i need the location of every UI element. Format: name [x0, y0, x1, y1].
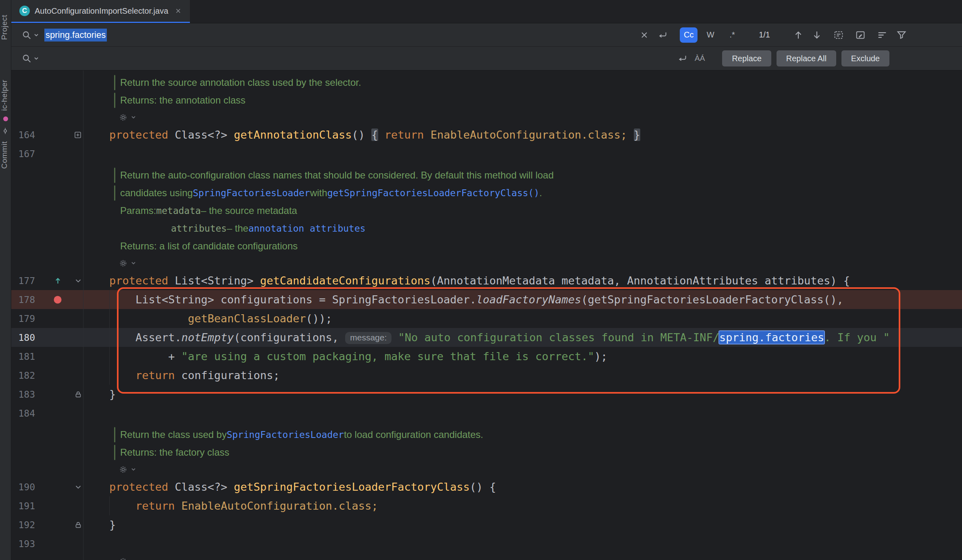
- tab-autoconfigurationimportselector[interactable]: C AutoConfigurationImportSelector.java: [11, 0, 190, 23]
- spacer: [11, 163, 962, 166]
- code-text: List<String> configurations = SpringFact…: [83, 293, 843, 306]
- doc-guide-bar: [114, 427, 115, 442]
- padlock-icon[interactable]: [74, 521, 83, 529]
- search-history-chevron-icon[interactable]: [33, 32, 40, 38]
- fold-icon-area: [74, 131, 83, 139]
- code-token: [83, 481, 109, 493]
- code-token: List<String> configurations = SpringFact…: [83, 293, 476, 306]
- spacer: [11, 423, 962, 426]
- code-token: getAnnotationClass: [234, 129, 352, 141]
- previous-occurrence-button[interactable]: [790, 27, 806, 43]
- find-bar: spring.factories Cc W .* 1/1: [11, 23, 962, 47]
- doc-text: .: [539, 187, 542, 199]
- replace-button[interactable]: Replace: [722, 50, 771, 66]
- code-line-190[interactable]: 190 protected Class<?> getSpringFactorie…: [11, 477, 962, 496]
- indent-guide: [109, 496, 110, 515]
- replace-all-button[interactable]: Replace All: [777, 50, 836, 66]
- filter-button[interactable]: [893, 27, 910, 43]
- code-line-182[interactable]: 182 return configurations;: [11, 366, 962, 385]
- chevron-icon[interactable]: [74, 276, 83, 285]
- doc-text: Returns: the factory class: [120, 447, 229, 458]
- javadoc-line: attributes – the annotation attributes: [11, 220, 962, 237]
- replace-history-chevron-icon[interactable]: [33, 55, 40, 62]
- render-doc-toggle-row: [11, 255, 962, 271]
- code-token: +: [83, 350, 181, 363]
- doc-text: candidates using: [120, 187, 193, 199]
- code-line-167[interactable]: 167: [11, 144, 962, 163]
- code-token: . If you ": [824, 331, 890, 344]
- next-occurrence-button[interactable]: [809, 27, 825, 43]
- code-line-193[interactable]: 193: [11, 534, 962, 553]
- code-line-164[interactable]: 164 protected Class<?> getAnnotationClas…: [11, 125, 962, 144]
- gear-icon[interactable]: [118, 556, 128, 560]
- code-token: (getSpringFactoriesLoaderFactoryClass(),: [581, 293, 843, 306]
- breakpoint-icon[interactable]: [53, 295, 62, 305]
- chevron-down-icon[interactable]: [130, 260, 137, 266]
- gear-icon[interactable]: [118, 112, 128, 122]
- code-line-183[interactable]: 183 }: [11, 385, 962, 404]
- code-line-191[interactable]: 191 return EnableAutoConfiguration.class…: [11, 496, 962, 515]
- override-icon[interactable]: [53, 276, 63, 286]
- code-token: notEmpty: [181, 331, 234, 344]
- doc-text: – the: [227, 223, 248, 234]
- gear-icon[interactable]: [118, 465, 128, 475]
- newline-button[interactable]: [655, 27, 671, 43]
- plus-box-icon[interactable]: [74, 131, 82, 139]
- regex-toggle[interactable]: .*: [723, 27, 741, 43]
- sidebar-item-commit[interactable]: Commit: [0, 137, 11, 173]
- code-line-181[interactable]: 181 + "are using a custom packaging, mak…: [11, 347, 962, 366]
- doc-text: Return the class used by: [120, 429, 227, 440]
- code-text: protected Class<?> getSpringFactoriesLoa…: [83, 481, 496, 493]
- code-token: [391, 331, 398, 344]
- code-line-180[interactable]: 180 Assert.notEmpty(configurations, mess…: [11, 328, 962, 347]
- line-number: 167: [11, 149, 42, 159]
- search-match: spring.factories: [719, 331, 824, 344]
- code-line-179[interactable]: 179 getBeanClassLoader());: [11, 309, 962, 328]
- search-in-selection-button[interactable]: [831, 27, 847, 43]
- doc-text: attributes: [171, 223, 227, 234]
- code-text: }: [83, 519, 116, 531]
- sidebar-item-project[interactable]: Project: [0, 8, 11, 46]
- preserve-case-toggle[interactable]: ÀÁ: [695, 54, 705, 63]
- chevron-icon[interactable]: [74, 483, 83, 492]
- chevron-down-icon[interactable]: [130, 558, 137, 560]
- line-number: 192: [11, 520, 42, 530]
- code-token: getBeanClassLoader: [188, 312, 306, 325]
- clear-search-button[interactable]: [636, 27, 652, 43]
- open-results-button[interactable]: [852, 27, 868, 43]
- line-number: 191: [11, 501, 42, 511]
- match-case-toggle[interactable]: Cc: [680, 27, 698, 43]
- editor[interactable]: Return the source annotation class used …: [11, 71, 962, 560]
- filter-lines-button[interactable]: [874, 27, 890, 43]
- search-icon: [21, 53, 32, 64]
- whole-words-toggle[interactable]: W: [702, 27, 719, 43]
- chevron-down-icon[interactable]: [130, 466, 137, 473]
- render-doc-toggle-row: [11, 109, 962, 125]
- line-number: 182: [11, 370, 42, 381]
- code-line-178[interactable]: 178 List<String> configurations = Spring…: [11, 290, 962, 309]
- chevron-down-icon[interactable]: [130, 114, 137, 120]
- gear-icon[interactable]: [118, 258, 128, 268]
- close-icon[interactable]: [175, 7, 182, 15]
- code-line-177[interactable]: 177 protected List<String> getCandidateC…: [11, 271, 962, 290]
- line-number: 184: [11, 408, 42, 419]
- code-text: + "are using a custom packaging, make su…: [83, 350, 607, 363]
- search-query-selected-text: spring.factories: [44, 29, 107, 41]
- search-input[interactable]: spring.factories: [44, 29, 634, 41]
- code-line-184[interactable]: 184: [11, 404, 962, 423]
- match-counter: 1/1: [759, 30, 770, 39]
- line-number: 164: [11, 130, 42, 140]
- line-number: 193: [11, 539, 42, 549]
- padlock-icon[interactable]: [74, 390, 83, 399]
- code-token: }: [83, 519, 116, 531]
- code-token: {: [371, 129, 378, 141]
- render-doc-toggle-row: [11, 553, 962, 560]
- code-token: return: [385, 129, 431, 141]
- doc-text: Return the auto-configuration class name…: [120, 170, 554, 181]
- exclude-button[interactable]: Exclude: [841, 50, 889, 66]
- code-token: [83, 129, 109, 141]
- newline-button[interactable]: [675, 50, 691, 66]
- sidebar-item-ic-helper[interactable]: ic-helper: [0, 75, 11, 115]
- gutter-icon-area: [42, 276, 74, 286]
- code-line-192[interactable]: 192 }: [11, 515, 962, 534]
